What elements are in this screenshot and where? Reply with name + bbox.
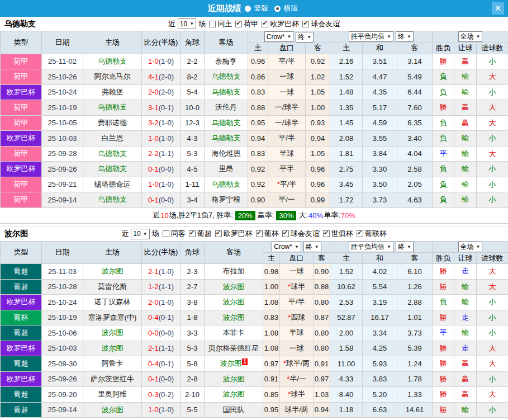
home-odds-cell: 0.86: [248, 69, 268, 85]
league-filter-label[interactable]: 球会友谊: [311, 19, 340, 29]
handicap-value: 一球: [279, 88, 294, 96]
table-row: 欧罗巴杯25-10-24诺丁汉森林2-0(1-0)3-8波尔图1.08平/半0.…: [1, 295, 508, 310]
league-filter-checkbox[interactable]: [357, 230, 363, 237]
goals-result-cell: 小: [477, 162, 508, 177]
handicap-value: 球半: [291, 390, 305, 398]
league-filter-checkbox[interactable]: [215, 230, 222, 237]
away-team-cell: 波尔图: [205, 310, 263, 325]
handicap-value: 一球: [279, 72, 294, 81]
odds-company-select[interactable]: Crow*▼: [264, 31, 294, 42]
league-filter-checkbox[interactable]: [282, 230, 289, 237]
corner-cell: 3-3: [181, 325, 205, 341]
league-badge: 欧罗巴杯: [1, 131, 42, 147]
radio-horizontal-label[interactable]: 横版: [284, 3, 298, 13]
games-label: 场: [152, 229, 159, 239]
odds-time-select[interactable]: 终▼: [296, 32, 314, 43]
away-odds-cell: 0.94: [314, 402, 330, 418]
home-odds-cell: 0.92: [248, 177, 268, 192]
league-filter-checkbox[interactable]: [323, 230, 330, 237]
league-filter-label[interactable]: 球会友谊: [291, 229, 320, 239]
result-cell: 勝: [433, 264, 454, 280]
handicap-result-cell: 走: [454, 264, 477, 280]
away-odds-cell: 0.96: [306, 162, 330, 177]
handicap-cell: 平/半: [268, 54, 306, 69]
radio-vertical-label[interactable]: 竖版: [254, 3, 269, 13]
result-cell: 負: [433, 177, 454, 192]
league-filter-label[interactable]: 葡杯: [264, 229, 279, 239]
fulltime-score: 2-1: [148, 344, 159, 352]
handicap-result-cell: 赢: [454, 100, 477, 116]
avg-time-select[interactable]: 终▼: [396, 242, 414, 252]
handicap-cell: 平/半: [280, 295, 314, 310]
league-filter-label[interactable]: 世俱杯: [331, 229, 353, 239]
close-button[interactable]: ✕: [492, 2, 504, 15]
date-cell: 25-09-26: [42, 162, 83, 177]
date-cell: 25-09-14: [42, 192, 83, 208]
score-cell: 0-1(0-0): [142, 162, 181, 177]
avg-type-select[interactable]: 胜平负均值▼: [349, 31, 393, 42]
goals-result-cell: 小: [477, 192, 508, 208]
column-subheader: 主: [330, 43, 363, 54]
score-cell: 0-4(0-1): [142, 310, 181, 325]
avg-away-cell: 1.24: [397, 356, 433, 372]
same-venue-label[interactable]: 同客: [171, 229, 186, 239]
away-team-name: 波尔图: [223, 375, 245, 383]
column-header: 角球: [181, 241, 205, 264]
handicap-cell: 平/半: [268, 131, 306, 147]
halftime-score: (0-0): [159, 375, 174, 383]
score-cell: 1-2(1-1): [142, 279, 181, 295]
away-team-cell: 波尔图: [205, 387, 263, 403]
league-filter-checkbox[interactable]: [189, 230, 196, 237]
avg-type-select[interactable]: 胜平负均值▼: [349, 242, 393, 252]
away-team-name: 乌德勒支: [212, 88, 241, 96]
home-odds-cell: 0.97: [263, 356, 280, 372]
league-filter-checkbox[interactable]: [256, 230, 263, 237]
same-venue-checkbox[interactable]: [163, 230, 169, 237]
league-filter-checkbox[interactable]: [235, 21, 242, 27]
games-count-select[interactable]: 10▼: [178, 18, 196, 29]
away-odds-cell: 0.88: [314, 279, 330, 295]
fulltime-score: 1-2: [148, 282, 159, 291]
score-cell: 1-0(1-0): [142, 177, 181, 192]
home-odds-cell: 1.08: [263, 295, 280, 310]
avg-home-cell: 8.40: [330, 387, 363, 403]
games-count-select[interactable]: 10▼: [131, 229, 149, 239]
avg-draw-cell: 4.35: [363, 84, 397, 100]
fulltime-group-header: 全场▼: [433, 241, 508, 253]
odds-time-select[interactable]: 终▼: [303, 242, 321, 252]
same-venue-checkbox[interactable]: [209, 21, 216, 27]
scope-select[interactable]: 全场▼: [458, 242, 483, 252]
scope-select[interactable]: 全场▼: [458, 31, 483, 42]
home-odds-cell: 0.98: [263, 264, 280, 280]
league-filter-checkbox[interactable]: [262, 21, 268, 27]
away-team-cell: 波尔图: [205, 279, 263, 295]
league-filter-checkbox[interactable]: [302, 21, 309, 27]
goals-result-cell: 大: [477, 387, 508, 403]
handicap-result-cell: 赢: [454, 387, 477, 403]
league-filter-label[interactable]: 葡超: [197, 229, 212, 239]
away-team-name: 波尔图: [223, 390, 245, 398]
summary-part: 30%: [276, 211, 296, 220]
avg-home-cell: 11.00: [330, 356, 363, 372]
avg-home-cell: 2.00: [330, 325, 363, 341]
avg-time-select[interactable]: 终▼: [396, 31, 414, 42]
league-filter-label[interactable]: 葡联杯: [365, 229, 387, 239]
league-filter-label[interactable]: 荷甲: [244, 19, 258, 29]
league-filter-label[interactable]: 欧罗巴杯: [270, 19, 299, 29]
away-team-name: 乌德勒支: [212, 180, 241, 188]
same-venue-label[interactable]: 同主: [217, 19, 232, 29]
radio-vertical[interactable]: [245, 6, 251, 12]
handicap-value: 球半/两: [284, 405, 308, 414]
league-filter-label[interactable]: 欧罗巴杯: [224, 229, 253, 239]
date-cell: 25-10-06: [42, 325, 83, 341]
handicap-result-cell: 輸: [454, 295, 477, 310]
avg-draw-cell: 5.54: [363, 279, 397, 295]
corner-cell: 4-3: [181, 131, 205, 147]
fulltime-score: 3-2: [148, 119, 159, 127]
halftime-score: (1-1): [159, 344, 174, 352]
avg-home-cell: 1.58: [330, 341, 363, 356]
radio-horizontal[interactable]: [274, 6, 281, 12]
odds-company-select[interactable]: Crow*▼: [272, 242, 301, 252]
column-subheader: 主: [248, 43, 268, 54]
home-odds-cell: 0.88: [248, 100, 268, 116]
